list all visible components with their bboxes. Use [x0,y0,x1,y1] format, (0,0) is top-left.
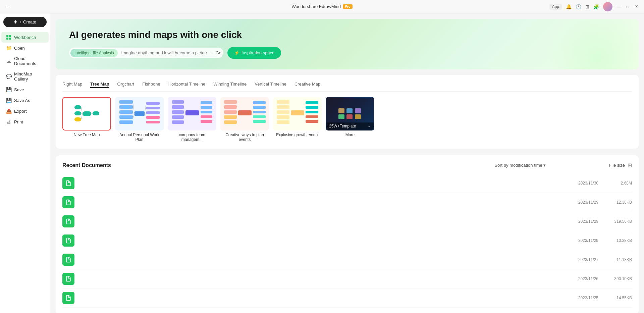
tab-winding-timeline[interactable]: Winding Timeline [213,82,247,88]
template-annual[interactable]: Annual Personal Work Plan [115,97,164,142]
tab-vertical-timeline[interactable]: Vertical Timeline [255,82,286,88]
table-row[interactable]: 2023/11/27 11.18KB [62,250,632,269]
tab-orgchart[interactable]: Orgchart [117,82,135,88]
cloud-label: Cloud Documents [14,56,44,66]
svg-line-12 [91,113,93,114]
app-button[interactable]: App [549,4,562,10]
svg-rect-45 [253,101,266,104]
doc-size: 12.38KB [598,200,632,205]
svg-rect-7 [74,117,81,121]
svg-rect-23 [146,121,160,123]
svg-rect-35 [201,106,212,109]
bell-icon[interactable]: 🔔 [566,4,572,9]
template-more[interactable]: 25W+Template → More [326,97,374,137]
template-new-tree[interactable]: New Tree Map [62,97,111,137]
doc-icon [62,234,74,247]
doc-icon [62,196,74,208]
template-new-tree-thumb [62,97,111,131]
svg-rect-57 [306,106,318,109]
table-row[interactable]: 2023/11/29 319.56KB [62,212,632,231]
tab-horizontal-timeline[interactable]: Horizontal Timeline [168,82,206,88]
template-more-label: More [326,133,374,137]
go-button[interactable]: → Go [210,50,221,55]
folder-icon: 📁 [6,45,11,51]
svg-rect-16 [119,110,133,114]
svg-rect-54 [277,115,289,119]
minimize-button[interactable]: — [616,4,621,9]
template-company[interactable]: company team managem... [168,97,216,142]
hero-input-row: Intelligent file Analysis → Go ⚡ Inspira… [69,47,625,59]
inspiration-label: Inspiration space [241,50,274,55]
gallery-label: MindMap Gallery [14,71,44,82]
svg-line-10 [81,113,83,114]
more-arrow: → [367,124,371,128]
titlebar-left: ← [5,4,10,9]
sidebar-item-save[interactable]: 💾 Save [1,84,49,95]
print-icon: 🖨 [6,119,11,124]
svg-line-25 [133,114,135,119]
table-row[interactable]: 2023/11/29 10.28KB [62,231,632,250]
svg-rect-13 [135,111,145,116]
table-row[interactable]: 2023/11/30 2.68M [62,174,632,193]
doc-date: 2023/11/25 [558,296,598,300]
avatar[interactable] [603,2,612,11]
clock-icon[interactable]: 🕐 [576,4,581,9]
maximize-button[interactable]: □ [625,4,630,9]
back-button[interactable]: ← [5,4,10,9]
open-label: Open [14,46,25,51]
svg-rect-33 [172,120,184,124]
sidebar-item-export[interactable]: 📤 Export [1,106,49,116]
table-row[interactable]: 2023/11/26 390.10KB [62,269,632,289]
ai-input[interactable] [118,48,210,57]
tab-fishbone[interactable]: Fishbone [142,82,160,88]
table-row[interactable]: 2023/11/25 14.55KB [62,289,632,308]
sidebar-item-open[interactable]: 📁 Open [1,43,49,53]
svg-rect-3 [9,38,11,40]
saveas-icon: 💾 [6,98,11,103]
svg-rect-0 [6,35,8,37]
sidebar-item-workbench[interactable]: Workbench [1,32,49,43]
export-icon: 📤 [6,108,11,114]
grid-icon[interactable]: ⊞ [585,4,589,9]
sort-control: Sort by modification time ▾ File size ⊞ [494,162,632,168]
svg-rect-42 [224,110,237,114]
view-toggle[interactable]: ⊞ [628,162,632,168]
explosive-preview [276,99,319,129]
sidebar-item-cloud[interactable]: ☁ Cloud Documents [1,53,49,69]
puzzle-icon[interactable]: 🧩 [593,4,599,9]
svg-rect-58 [306,111,318,113]
svg-rect-55 [277,120,289,124]
tab-right-map[interactable]: Right Map [62,82,82,88]
template-explosive-label: Explosive growth.emmx [273,133,322,137]
svg-rect-41 [224,105,237,109]
svg-rect-44 [224,120,237,124]
doc-icon [62,292,74,304]
doc-icon [62,177,74,189]
sidebar-item-gallery[interactable]: 💬 MindMap Gallery [1,69,49,84]
doc-size: 10.28KB [598,238,632,243]
template-creative[interactable]: Creative ways to plan events [220,97,269,142]
workbench-icon [6,35,11,40]
svg-rect-34 [201,101,212,104]
table-row[interactable]: 2023/11/29 12.38KB [62,193,632,212]
svg-rect-50 [291,110,304,115]
svg-rect-49 [253,120,266,123]
svg-rect-56 [306,101,318,104]
template-explosive[interactable]: Explosive growth.emmx [273,97,322,137]
svg-rect-15 [119,105,133,109]
svg-rect-40 [224,100,237,104]
recent-header: Recent Documents Sort by modification ti… [62,162,632,168]
svg-rect-51 [277,100,289,104]
close-button[interactable]: ✕ [634,4,639,9]
intelligent-tag[interactable]: Intelligent file Analysis [70,49,118,57]
svg-rect-60 [306,120,318,123]
inspiration-button[interactable]: ⚡ Inspiration space [227,47,281,59]
doc-icon [62,273,74,285]
tab-tree-map[interactable]: Tree Map [90,82,109,88]
sidebar-item-print[interactable]: 🖨 Print [1,116,49,127]
sidebar-item-saveas[interactable]: 💾 Save As [1,95,49,106]
tab-creative-map[interactable]: Creative Map [294,82,320,88]
sort-label[interactable]: Sort by modification time ▾ [494,163,546,168]
create-button[interactable]: ✚ + Create [3,17,47,27]
doc-date: 2023/11/26 [558,276,598,281]
